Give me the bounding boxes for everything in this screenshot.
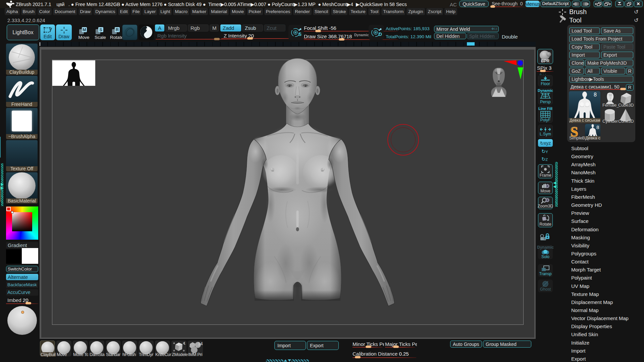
svg-text:1: 1 (183, 341, 185, 345)
svg-text:14: 14 (198, 341, 203, 346)
svg-text:D: D (378, 31, 382, 37)
svg-text:S: S (298, 31, 302, 37)
